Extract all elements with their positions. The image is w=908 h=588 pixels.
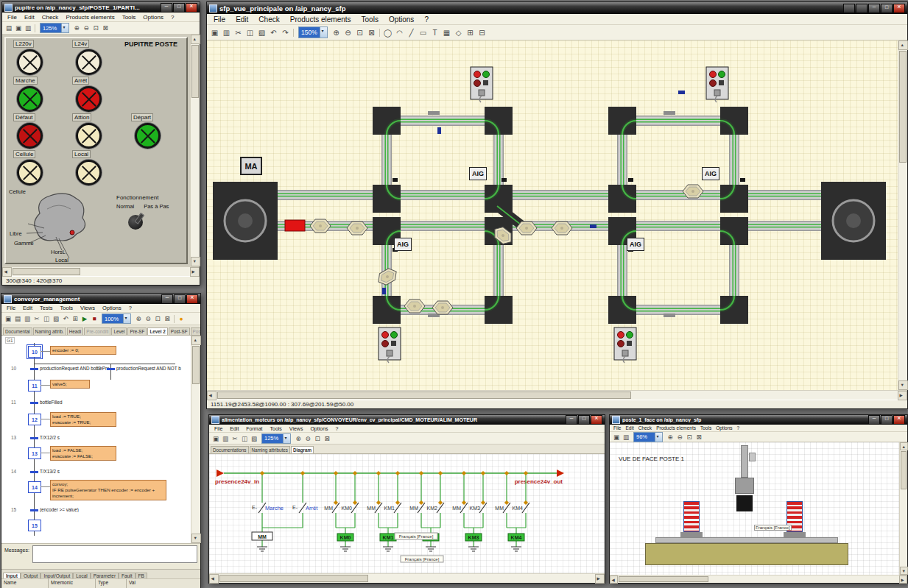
titlebar-tool-icon[interactable]	[856, 4, 867, 13]
menu-item[interactable]: File	[208, 15, 230, 24]
zoom-combobox[interactable]: 100%	[102, 314, 131, 324]
diagram-tab[interactable]: Diagram	[291, 446, 314, 453]
toolbar-icon[interactable]: ●	[177, 314, 186, 323]
sfc-transition[interactable]	[30, 437, 38, 439]
scroll-up-icon[interactable]	[898, 40, 908, 50]
toolbar-icon[interactable]: ⊕	[134, 314, 143, 323]
traffic-light-panel[interactable]	[614, 327, 636, 363]
toolbar-icon[interactable]: ▧	[52, 314, 60, 323]
menu-item[interactable]: Options	[306, 426, 331, 431]
transition-condition[interactable]: T/X12/2 s	[40, 435, 121, 440]
toolbar-icon[interactable]: ↶	[268, 27, 279, 38]
toolbar-icon[interactable]: ▧	[250, 434, 258, 443]
minimize-button[interactable]	[868, 415, 880, 425]
menu-item[interactable]: Tools	[698, 425, 714, 431]
transition-condition[interactable]: T/X13/2 s	[40, 469, 121, 474]
corner-module[interactable]	[373, 296, 401, 324]
toolbar-icon[interactable]: ■	[90, 314, 99, 323]
menu-item[interactable]: Views	[77, 305, 99, 311]
corner-module[interactable]	[608, 185, 636, 213]
pallet[interactable]	[375, 266, 399, 288]
menu-item[interactable]: Edit	[226, 426, 242, 431]
zoom-combobox[interactable]: 96%	[633, 432, 663, 442]
attribute-tab[interactable]: Post-SF	[169, 327, 190, 335]
red-carrier[interactable]	[285, 220, 305, 231]
conveyor-segment[interactable]	[636, 305, 720, 315]
zoom-combobox[interactable]: 125%	[261, 433, 291, 444]
variable-tab[interactable]: FB	[136, 573, 147, 578]
vertical-scrollbar[interactable]	[191, 336, 200, 543]
menu-item[interactable]: Tools	[119, 14, 140, 21]
motor-branch[interactable]: MM KM0 KM0	[324, 471, 359, 551]
close-button[interactable]	[893, 4, 905, 13]
sfc-transition[interactable]	[30, 368, 38, 370]
toolbar-icon[interactable]: ◠	[394, 27, 405, 38]
toolbar-icon[interactable]: ✂	[32, 314, 41, 323]
vertical-scrollbar[interactable]	[190, 35, 200, 266]
toolbar-icon[interactable]: ▥	[221, 27, 232, 38]
variable-tab[interactable]: Input/Output	[41, 573, 73, 578]
attribute-tab[interactable]: Pre-SF	[127, 327, 147, 335]
toolbar-icon[interactable]: ▣	[211, 434, 220, 443]
attribute-tab[interactable]: Documental	[3, 327, 32, 335]
toolbar-icon[interactable]: ⊠	[101, 24, 110, 32]
menu-item[interactable]: Edit	[21, 14, 38, 21]
menu-item[interactable]: ?	[419, 15, 434, 24]
toolbar-icon[interactable]: ✂	[233, 27, 244, 38]
toolbar-icon[interactable]: ⊞	[71, 314, 80, 323]
zoom-combobox[interactable]: 125%	[40, 23, 69, 33]
titlebar[interactable]: poste_1_face on /aip_nancy_sfp	[610, 415, 907, 425]
turntable-right[interactable]	[821, 182, 886, 260]
horizontal-scrollbar[interactable]	[2, 266, 200, 276]
maximize-button[interactable]	[578, 415, 590, 425]
minimize-button[interactable]	[161, 294, 173, 304]
sfc-transition[interactable]	[107, 368, 115, 370]
minimize-button[interactable]	[566, 415, 577, 425]
titlebar[interactable]: sfp_vue_principale on /aip_nancy_sfp	[207, 2, 907, 14]
toolbar-icon[interactable]: ⊖	[303, 434, 312, 443]
conveyor-segment[interactable]	[729, 135, 739, 186]
scroll-thumb[interactable]	[13, 268, 80, 275]
conveyor-segment[interactable]	[729, 245, 739, 297]
scroll-thumb[interactable]	[901, 451, 907, 489]
menu-item[interactable]: ?	[735, 425, 742, 431]
toolbar-icon[interactable]: ⊡	[153, 314, 162, 323]
minimize-button[interactable]	[868, 4, 880, 13]
chevron-down-icon[interactable]	[123, 314, 130, 323]
mode-option[interactable]: Normal	[116, 203, 134, 210]
scroll-down-icon[interactable]	[898, 380, 908, 390]
menu-item[interactable]: Products elements	[62, 14, 118, 21]
corner-module[interactable]	[608, 296, 636, 324]
toolbar-icon[interactable]: ⊠	[163, 314, 172, 323]
indicator-lamp[interactable]: Défaut	[12, 113, 71, 150]
scroll-left-icon[interactable]	[2, 267, 12, 277]
toolbar-icon[interactable]: ↷	[280, 27, 291, 38]
maximize-button[interactable]	[173, 3, 185, 13]
attribute-tab[interactable]: Level 2	[147, 327, 167, 335]
maximize-button[interactable]	[881, 4, 893, 13]
corner-module[interactable]	[373, 217, 401, 245]
indicator-lamp[interactable]: Attion	[71, 113, 130, 150]
toolbar-icon[interactable]: ⊟	[476, 27, 488, 38]
menu-item[interactable]: Edit	[230, 15, 253, 24]
conveyor-segment[interactable]	[401, 116, 485, 126]
toolbar-icon[interactable]: ⊡	[313, 434, 322, 443]
sfc-transition[interactable]	[30, 402, 38, 404]
menu-item[interactable]: Options	[714, 425, 734, 431]
mode-option[interactable]: Pas à Pas	[144, 203, 169, 210]
toolbar-icon[interactable]: ⊖	[82, 24, 91, 32]
toolbar-icon[interactable]: ◫	[244, 27, 256, 38]
attribute-tab[interactable]: Headi	[67, 327, 83, 335]
close-button[interactable]	[186, 294, 198, 304]
variable-tab[interactable]: Local	[73, 573, 91, 578]
scroll-left-icon[interactable]	[209, 574, 219, 584]
chevron-down-icon[interactable]	[320, 27, 327, 38]
corner-module[interactable]	[485, 107, 513, 135]
toolbar-icon[interactable]: ▣	[14, 24, 23, 32]
toolbar-icon[interactable]: ⊡	[354, 27, 365, 38]
menu-item[interactable]: File	[4, 14, 21, 21]
indicator-lamp[interactable]: L220v	[12, 40, 71, 77]
toolbar-icon[interactable]: ▶	[80, 314, 89, 323]
sfc-transition[interactable]	[30, 471, 38, 473]
menu-item[interactable]: Tests	[36, 305, 57, 311]
